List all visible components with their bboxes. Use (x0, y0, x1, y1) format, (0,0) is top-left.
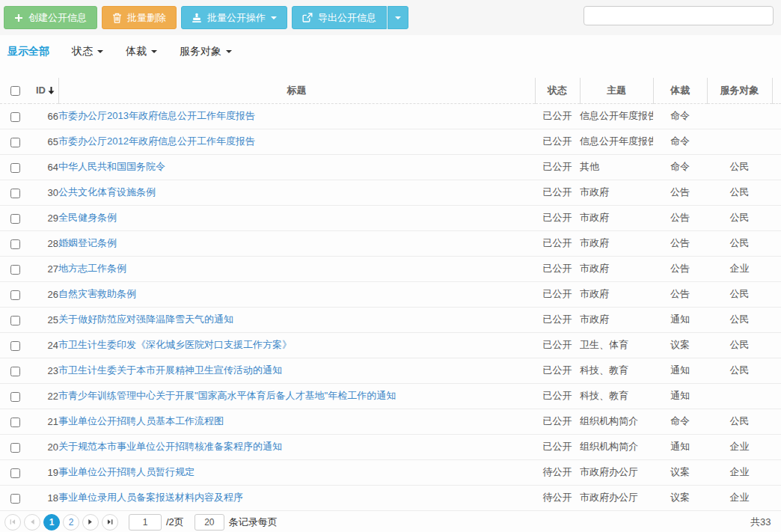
row-title-cell: 事业单位公开招聘人员暂行规定 (58, 459, 535, 485)
filter-audience-label: 服务对象 (180, 45, 221, 58)
row-title-link[interactable]: 市委办公厅2013年政府信息公开工作年度报告 (58, 110, 255, 121)
row-checkbox[interactable] (10, 112, 20, 122)
row-status: 待公开 (535, 485, 580, 510)
export-public-info-button[interactable]: 导出公开信息 (292, 6, 387, 29)
row-title-link[interactable]: 中华人民共和国国务院令 (58, 161, 165, 172)
row-id: 22 (30, 383, 58, 409)
row-genre: 议案 (653, 485, 707, 510)
row-title-link[interactable]: 关于做好防范应对强降温降雪天气的通知 (58, 314, 233, 325)
row-checkbox[interactable] (10, 418, 20, 427)
row-checkbox[interactable] (10, 163, 20, 173)
row-title-link[interactable]: 自然灾害救助条例 (58, 288, 136, 299)
row-title-cell: 婚姻登记条例 (58, 230, 535, 256)
filter-status-label: 状态 (72, 45, 93, 58)
column-header-status[interactable]: 状态 (535, 78, 580, 103)
column-header-subject[interactable]: 主题 (580, 78, 653, 103)
trash-icon (112, 13, 122, 23)
create-public-info-button[interactable]: 创建公开信息 (4, 6, 97, 29)
row-subject: 其他 (580, 154, 653, 180)
row-audience: 企业 (707, 459, 772, 485)
row-id: 19 (30, 459, 58, 485)
page-number-input[interactable] (129, 514, 162, 531)
row-audience: 公民 (707, 307, 772, 332)
row-genre: 议案 (653, 332, 707, 358)
row-title-cell: 市卫生计生委关于本市开展精神卫生宣传活动的通知 (58, 358, 535, 383)
row-status: 已公开 (535, 307, 580, 332)
filter-status-dropdown[interactable]: 状态 (72, 45, 103, 58)
export-dropdown-toggle[interactable] (388, 6, 408, 29)
row-extra-cell (772, 180, 781, 205)
row-title-cell: 市委办公厅2013年政府信息公开工作年度报告 (58, 103, 535, 129)
row-select-cell (0, 180, 30, 205)
column-header-audience[interactable]: 服务对象 (707, 78, 772, 103)
row-checkbox[interactable] (10, 367, 20, 376)
table-row: 28 婚姻登记条例 已公开 市政府 公告 公民 (0, 230, 781, 256)
filter-show-all[interactable]: 显示全部 (7, 45, 49, 58)
row-id: 29 (30, 205, 58, 230)
row-genre: 通知 (653, 307, 707, 332)
row-title-link[interactable]: 关于规范本市事业单位公开招聘核准备案程序的通知 (58, 441, 282, 452)
row-genre: 公告 (653, 230, 707, 256)
filter-genre-dropdown[interactable]: 体裁 (126, 45, 157, 58)
row-id: 21 (30, 409, 58, 434)
filter-audience-dropdown[interactable]: 服务对象 (180, 45, 232, 58)
column-header-genre[interactable]: 体裁 (653, 78, 707, 103)
prev-page-button[interactable] (24, 514, 40, 531)
total-records-label: 共33 (750, 512, 771, 532)
row-checkbox[interactable] (10, 239, 20, 249)
row-title-link[interactable]: 事业单位录用人员备案报送材料内容及程序 (58, 492, 243, 503)
column-header-title[interactable]: 标题 (58, 78, 535, 103)
row-checkbox[interactable] (10, 138, 20, 147)
page-2-button[interactable]: 2 (63, 514, 79, 531)
next-page-button[interactable] (82, 514, 99, 531)
row-checkbox[interactable] (10, 265, 20, 275)
row-title-link[interactable]: 市委办公厅2012年政府信息公开工作年度报告 (58, 135, 255, 147)
select-all-checkbox[interactable] (10, 86, 20, 96)
search-input[interactable] (584, 6, 774, 25)
row-select-cell (0, 129, 30, 154)
row-extra-cell (772, 129, 781, 154)
row-audience: 企业 (707, 434, 772, 459)
row-subject: 市政府 (580, 307, 653, 332)
bulk-publish-button[interactable]: 批量公开操作 (181, 6, 287, 29)
row-checkbox[interactable] (10, 290, 20, 300)
page-1-button[interactable]: 1 (43, 514, 60, 531)
row-checkbox[interactable] (10, 214, 20, 224)
row-title-link[interactable]: 全民健身条例 (58, 212, 117, 223)
page-size-input[interactable] (195, 514, 224, 531)
row-select-cell (0, 459, 30, 485)
page-size-label: 条记录每页 (229, 516, 278, 529)
row-status: 已公开 (535, 281, 580, 307)
last-page-button[interactable] (102, 514, 118, 531)
row-title-link[interactable]: 事业单位公开招聘人员基本工作流程图 (58, 415, 224, 426)
row-title-link[interactable]: 婚姻登记条例 (58, 237, 117, 248)
table-body: 66 市委办公厅2013年政府信息公开工作年度报告 已公开 信息公开年度报告 命… (0, 103, 781, 510)
row-title-link[interactable]: 公共文化体育设施条例 (58, 186, 156, 198)
row-checkbox[interactable] (10, 341, 20, 351)
row-select-cell (0, 485, 30, 510)
filter-genre-label: 体裁 (126, 45, 147, 58)
bulk-delete-button[interactable]: 批量删除 (102, 6, 177, 29)
row-checkbox[interactable] (10, 189, 20, 198)
row-id: 18 (30, 485, 58, 510)
table-row: 65 市委办公厅2012年政府信息公开工作年度报告 已公开 信息公开年度报告 命… (0, 129, 781, 154)
row-title-link[interactable]: 市卫生计生委印发《深化城乡医院对口支援工作方案》 (58, 339, 292, 350)
row-genre: 公告 (653, 256, 707, 281)
row-title-link[interactable]: 市卫生计生委关于本市开展精神卫生宣传活动的通知 (58, 364, 282, 376)
row-checkbox[interactable] (10, 468, 20, 478)
row-title-link[interactable]: 市青少年训练管理中心关于开展"国家高水平体育后备人才基地"年检工作的通知 (58, 390, 396, 401)
row-title-link[interactable]: 地方志工作条例 (58, 263, 126, 274)
first-page-button[interactable] (4, 514, 21, 531)
row-id: 20 (30, 434, 58, 459)
row-title-link[interactable]: 事业单位公开招聘人员暂行规定 (58, 466, 195, 477)
row-checkbox[interactable] (10, 392, 20, 402)
row-title-cell: 市卫生计生委印发《深化城乡医院对口支援工作方案》 (58, 332, 535, 358)
row-checkbox[interactable] (10, 443, 20, 453)
row-subject: 卫生、体育 (580, 332, 653, 358)
stamp-icon (192, 13, 202, 23)
select-all-header (0, 78, 30, 103)
row-checkbox[interactable] (10, 494, 20, 504)
column-header-id[interactable]: ID (30, 78, 58, 103)
row-checkbox[interactable] (10, 316, 20, 325)
table-row: 21 事业单位公开招聘人员基本工作流程图 已公开 组织机构简介 命令 公民 (0, 409, 781, 434)
